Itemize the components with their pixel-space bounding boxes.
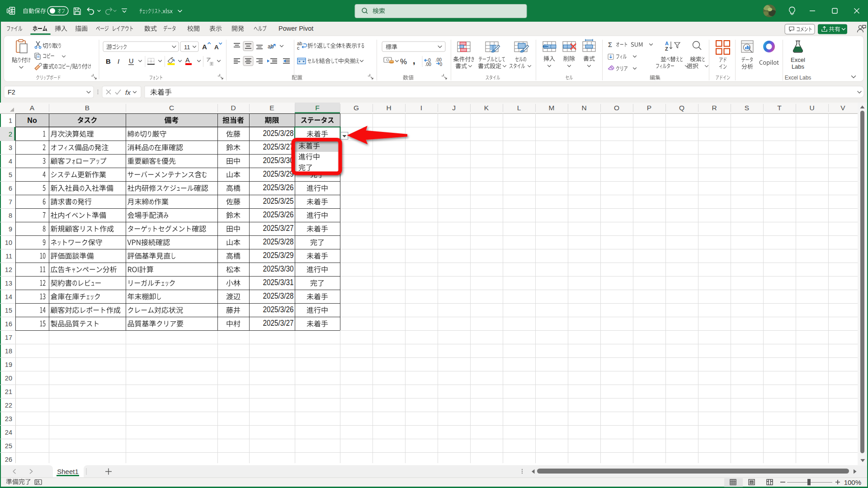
svg-text:2025/3/27: 2025/3/27 bbox=[263, 142, 294, 151]
svg-text:F2: F2 bbox=[8, 89, 15, 96]
svg-text:Sheet1: Sheet1 bbox=[57, 468, 79, 475]
svg-text:T: T bbox=[777, 104, 782, 112]
svg-text:3: 3 bbox=[9, 144, 12, 151]
svg-text:N: N bbox=[581, 104, 586, 112]
svg-text:F: F bbox=[315, 104, 319, 112]
svg-text:23: 23 bbox=[5, 415, 12, 422]
svg-text:4: 4 bbox=[9, 158, 12, 165]
svg-text:7: 7 bbox=[9, 198, 12, 206]
svg-text:5: 5 bbox=[9, 171, 12, 178]
svg-text:20: 20 bbox=[5, 375, 12, 382]
svg-text:R: R bbox=[712, 104, 717, 112]
svg-text:A: A bbox=[185, 56, 190, 64]
svg-text:2025/3/28: 2025/3/28 bbox=[263, 237, 294, 246]
svg-text:2025/3/30: 2025/3/30 bbox=[263, 155, 294, 165]
svg-text:U: U bbox=[809, 104, 814, 112]
svg-text:c: c bbox=[297, 45, 299, 51]
svg-text:2025/3/26: 2025/3/26 bbox=[263, 183, 294, 192]
svg-text:Labs: Labs bbox=[792, 63, 805, 70]
svg-text:M: M bbox=[549, 104, 555, 112]
svg-text:19: 19 bbox=[5, 361, 12, 368]
svg-text:D: D bbox=[231, 104, 236, 112]
svg-text:I: I bbox=[118, 57, 119, 65]
svg-text:U: U bbox=[129, 57, 133, 65]
svg-text:26: 26 bbox=[5, 456, 12, 463]
svg-text:L: L bbox=[517, 104, 521, 112]
svg-text:fx: fx bbox=[125, 89, 131, 96]
svg-text:J: J bbox=[452, 104, 456, 112]
svg-text:2025/3/27: 2025/3/27 bbox=[263, 318, 294, 328]
svg-text:8: 8 bbox=[9, 212, 12, 219]
svg-text:,: , bbox=[413, 56, 415, 66]
svg-text:Excel: Excel bbox=[791, 56, 805, 63]
svg-text:6: 6 bbox=[9, 185, 12, 192]
svg-text:Σ: Σ bbox=[608, 41, 612, 48]
svg-text:9: 9 bbox=[9, 225, 12, 233]
svg-text:17: 17 bbox=[5, 334, 12, 341]
svg-text:2025/3/26: 2025/3/26 bbox=[263, 210, 294, 219]
svg-text:A: A bbox=[30, 104, 35, 112]
svg-text:O: O bbox=[614, 104, 619, 112]
svg-text:2025/3/27: 2025/3/27 bbox=[263, 223, 294, 233]
svg-text:2025/3/28: 2025/3/28 bbox=[263, 128, 294, 138]
svg-text:0: 0 bbox=[440, 62, 443, 67]
svg-text:C: C bbox=[169, 104, 174, 112]
svg-text:Z: Z bbox=[665, 46, 668, 52]
svg-text:I: I bbox=[420, 104, 422, 112]
svg-text:A: A bbox=[214, 44, 219, 51]
svg-text:25: 25 bbox=[5, 442, 12, 450]
svg-text:E: E bbox=[269, 104, 274, 112]
svg-text:22: 22 bbox=[5, 402, 12, 409]
svg-text:13: 13 bbox=[5, 280, 12, 287]
svg-text:H: H bbox=[386, 104, 391, 112]
svg-text:2025/3/29: 2025/3/29 bbox=[263, 250, 294, 260]
svg-text:V: V bbox=[840, 104, 845, 112]
svg-text:15: 15 bbox=[5, 307, 12, 314]
svg-text:24: 24 bbox=[5, 429, 12, 436]
svg-text:B: B bbox=[85, 104, 90, 112]
svg-text:2025/3/25: 2025/3/25 bbox=[263, 196, 294, 206]
svg-text:2025/3/31: 2025/3/31 bbox=[263, 277, 294, 287]
svg-text:A: A bbox=[202, 43, 207, 51]
svg-text:10: 10 bbox=[5, 239, 12, 246]
svg-text:14: 14 bbox=[5, 293, 12, 300]
svg-text:16: 16 bbox=[5, 320, 12, 328]
svg-text:2: 2 bbox=[9, 131, 12, 138]
svg-text:2025/3/29: 2025/3/29 bbox=[263, 169, 294, 178]
svg-text:100%: 100% bbox=[844, 479, 861, 486]
svg-text:Q: Q bbox=[679, 104, 684, 112]
svg-text:A: A bbox=[665, 41, 669, 46]
svg-text:Excel Labs: Excel Labs bbox=[785, 75, 811, 81]
svg-text:11: 11 bbox=[184, 44, 190, 51]
svg-text:S: S bbox=[745, 104, 749, 112]
svg-text:12: 12 bbox=[5, 266, 12, 273]
svg-text:1: 1 bbox=[9, 117, 12, 124]
svg-text:B: B bbox=[106, 57, 111, 65]
svg-text:11: 11 bbox=[5, 253, 12, 260]
svg-text:%: % bbox=[400, 57, 407, 66]
svg-text:2025/3/28: 2025/3/28 bbox=[263, 291, 294, 300]
svg-text:Power Pivot: Power Pivot bbox=[278, 25, 313, 32]
svg-text:G: G bbox=[354, 104, 359, 112]
svg-text:2025/3/26: 2025/3/26 bbox=[263, 305, 294, 314]
svg-text:No: No bbox=[27, 117, 37, 124]
svg-text:.00: .00 bbox=[425, 62, 431, 67]
svg-text:21: 21 bbox=[5, 388, 12, 395]
svg-text:K: K bbox=[484, 104, 489, 112]
svg-text:18: 18 bbox=[5, 347, 12, 355]
svg-text:P: P bbox=[647, 104, 651, 112]
svg-text:2025/3/30: 2025/3/30 bbox=[263, 264, 294, 273]
